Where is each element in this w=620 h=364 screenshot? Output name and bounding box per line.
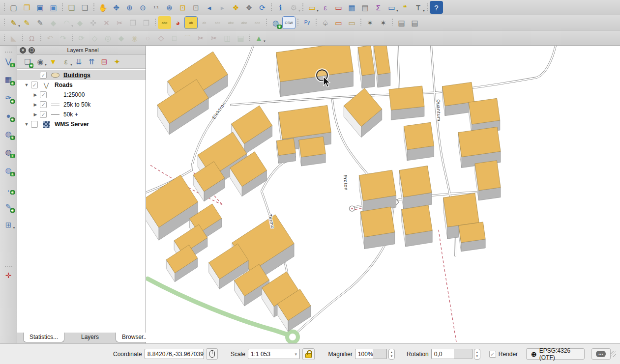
new-shapefile-layer-button[interactable]: ✎+: [2, 200, 15, 213]
zoom-last-button[interactable]: ◂: [203, 1, 216, 14]
collapse-all-button[interactable]: ⇈: [85, 56, 98, 68]
expander-icon[interactable]: ▼: [22, 122, 31, 127]
expander-icon[interactable]: ▶: [31, 102, 40, 107]
open-project-button[interactable]: ❐: [20, 1, 33, 14]
plugin-guide-download-button[interactable]: ▤: [395, 16, 408, 29]
style-manager-button[interactable]: ✦: [111, 56, 123, 68]
filter-by-expression-button[interactable]: ε▼: [59, 56, 72, 68]
add-virtual-layer-button[interactable]: ⊞▼: [2, 218, 15, 231]
expander-icon[interactable]: ▶: [31, 112, 40, 117]
show-bookmarks-button[interactable]: ❖: [242, 1, 256, 14]
layer-visibility-checkbox[interactable]: [31, 121, 38, 128]
messages-button[interactable]: •••: [591, 348, 611, 360]
magnifier-stepper[interactable]: ▲▼: [388, 349, 395, 360]
close-panel-icon[interactable]: ✕: [20, 47, 26, 54]
metasearch-csw-button[interactable]: CSW: [282, 16, 295, 29]
python-console-button[interactable]: Py: [300, 16, 314, 29]
pan-map-button[interactable]: ✋: [96, 1, 110, 14]
pan-to-selection-button[interactable]: ✥: [110, 1, 123, 14]
zoom-to-selection-button[interactable]: ⊡: [176, 1, 189, 14]
zoom-in-button[interactable]: ⊕: [123, 1, 136, 14]
composer-manager-button[interactable]: ❏: [78, 1, 91, 14]
zoom-native-button[interactable]: 1:1: [149, 1, 163, 14]
remove-layer-button[interactable]: ⊟: [98, 56, 111, 68]
identify-features-button[interactable]: ℹ: [274, 1, 287, 14]
scale-lock-button[interactable]: [302, 348, 315, 360]
rotation-stepper[interactable]: ▲▼: [474, 349, 480, 360]
layer-item-1-25000[interactable]: ▶✓1:25000: [17, 90, 146, 100]
field-calculator-button[interactable]: ▤: [358, 1, 372, 14]
zoom-to-layer-button[interactable]: ⊡: [189, 1, 203, 14]
expander-icon[interactable]: ▶: [31, 92, 40, 97]
layer-visibility-checkbox[interactable]: ✓: [40, 72, 47, 79]
magnifier-input[interactable]: 100%: [355, 349, 387, 359]
add-group-button[interactable]: ❏+: [21, 56, 34, 68]
layer-visibility-checkbox[interactable]: ✓: [31, 82, 38, 88]
add-wfs-layer-button[interactable]: ◍+▼: [2, 164, 15, 176]
add-delimited-text-layer-button[interactable]: ,+: [2, 182, 15, 195]
help-button[interactable]: ?: [430, 1, 443, 14]
layer-visibility-checkbox[interactable]: ✓: [40, 111, 47, 118]
float-panel-icon[interactable]: ❐: [29, 47, 35, 54]
panel-tab-statistics[interactable]: Statistics...: [23, 333, 64, 342]
text-annotation-button[interactable]: T▼: [412, 1, 425, 14]
expand-all-button[interactable]: ⇊: [72, 56, 85, 68]
map-canvas[interactable]: Elektron Termo Proton Quantum: [146, 46, 620, 343]
manage-layer-visibility-button[interactable]: ◉▼: [34, 56, 47, 68]
crs-status-button[interactable]: ⊕ EPSG:4326 (OTF): [526, 348, 585, 360]
layer-visibility-checkbox[interactable]: ✓: [40, 101, 47, 108]
select-by-expression-button[interactable]: ε: [319, 1, 332, 14]
save-project-as-button[interactable]: ▣: [47, 1, 60, 14]
highlight-pinned-labels-button[interactable]: ab: [184, 16, 198, 29]
measure-button[interactable]: ▭▼: [385, 1, 398, 14]
layer-item-wms-server[interactable]: ▼WMS Server: [17, 119, 146, 129]
plugin-guide-add-button[interactable]: ▤: [408, 16, 421, 29]
scale-combobox[interactable]: 1:1 053▾: [248, 349, 300, 359]
zoom-full-button[interactable]: ⊛: [163, 1, 176, 14]
save-project-button[interactable]: ▣: [33, 1, 47, 14]
open-attribute-table-button[interactable]: ▦: [345, 1, 358, 14]
plugin-select-frame-button[interactable]: ▭: [332, 16, 345, 29]
plugin-shape-tool-button[interactable]: ♤: [319, 16, 332, 29]
layer-item-roads[interactable]: ▼✓⋁Roads: [17, 80, 146, 90]
plugin-wand-edit-button[interactable]: ✶: [363, 16, 377, 29]
toggle-editing-button[interactable]: ✎: [20, 16, 33, 29]
add-web-layer-button[interactable]: ◍+: [269, 16, 282, 29]
expander-icon[interactable]: ▼: [22, 83, 31, 87]
refresh-map-button[interactable]: ⟳: [256, 1, 269, 14]
deselect-all-button[interactable]: ▭: [332, 1, 345, 14]
current-edits-button[interactable]: ✎▼: [7, 16, 20, 29]
add-raster-layer-button[interactable]: ▦+: [2, 73, 15, 85]
map-tips-button[interactable]: ❝: [398, 1, 412, 14]
add-vector-layer-button[interactable]: ⋁+: [2, 55, 15, 67]
rotation-input[interactable]: 0,0: [431, 349, 472, 359]
new-project-button[interactable]: ▢: [7, 1, 20, 14]
render-checkbox[interactable]: ✓: [489, 351, 496, 358]
add-spatialite-layer-button[interactable]: ✑+: [2, 91, 15, 104]
gps-tracking-button[interactable]: ✛: [2, 269, 15, 281]
new-print-composer-button[interactable]: ❏: [65, 1, 78, 14]
layer-item-50k[interactable]: ▶✓50k +: [17, 110, 146, 119]
coordinate-input[interactable]: 8.842076,-33.967039: [145, 349, 204, 359]
zoom-out-button[interactable]: ⊖: [136, 1, 149, 14]
filter-legend-button[interactable]: ▼: [47, 56, 59, 68]
select-features-button[interactable]: ▭▼: [305, 1, 319, 14]
layer-visibility-checkbox[interactable]: ✓: [40, 91, 47, 98]
plugin-frame-tool-button[interactable]: ▭: [345, 16, 358, 29]
add-wcs-layer-button[interactable]: ◍+: [2, 145, 15, 158]
save-layer-edits-button[interactable]: ✎: [33, 16, 47, 29]
layer-labeling-options-button[interactable]: abc: [158, 16, 171, 29]
layer-item-buildings[interactable]: ✓Buildings: [17, 70, 146, 80]
add-postgis-layer-button[interactable]: ●+▼: [2, 109, 15, 122]
statistical-summary-button[interactable]: Σ: [372, 1, 385, 14]
layer-item-25k-to-50k[interactable]: ▶✓25k to 50k: [17, 100, 146, 110]
add-wms-layer-button[interactable]: ◍+▼: [2, 127, 15, 140]
extents-toggle-button[interactable]: [206, 348, 218, 360]
map-svg[interactable]: Elektron Termo Proton Quantum: [146, 46, 620, 343]
resize-grip[interactable]: [611, 351, 616, 357]
add-badge-icon: +: [10, 154, 15, 158]
layer-diagram-options-button[interactable]: ◕: [171, 16, 184, 29]
plugin-wand-button[interactable]: ✶: [377, 16, 390, 29]
rotate-point-symbols-button[interactable]: ▲▼: [252, 31, 266, 44]
new-bookmark-button[interactable]: ❖: [229, 1, 242, 14]
